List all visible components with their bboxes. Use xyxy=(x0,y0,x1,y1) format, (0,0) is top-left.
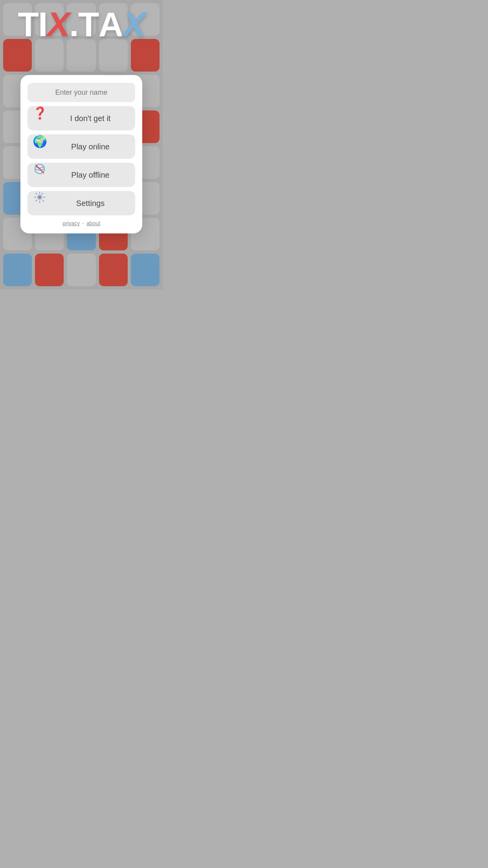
tile xyxy=(67,254,95,286)
privacy-link[interactable]: privacy xyxy=(62,220,80,226)
svg-line-1 xyxy=(36,165,44,173)
name-input[interactable] xyxy=(28,83,135,102)
tile xyxy=(67,39,95,72)
svg-point-3 xyxy=(39,196,41,199)
help-button[interactable]: ❓ I don't get it xyxy=(28,106,135,131)
tile xyxy=(131,254,160,286)
help-icon: ❓ xyxy=(28,106,52,131)
title-char-x1: X xyxy=(47,7,70,42)
title-char-x2: X xyxy=(123,7,145,42)
footer-separator: - xyxy=(82,220,84,226)
tile xyxy=(131,39,160,72)
settings-icon xyxy=(28,191,52,215)
play-online-button[interactable]: 🌍 Play online xyxy=(28,134,135,159)
play-offline-label: Play offline xyxy=(52,170,135,179)
main-menu-modal: ❓ I don't get it 🌍 Play online Play offl… xyxy=(20,75,142,234)
play-online-label: Play online xyxy=(52,142,135,151)
tile xyxy=(3,39,32,72)
tile xyxy=(35,39,64,72)
footer-links: privacy - about xyxy=(28,220,135,226)
app-title: T I X . T A X xyxy=(18,7,145,42)
tile xyxy=(99,39,128,72)
tile xyxy=(3,254,32,286)
title-area: T I X . T A X xyxy=(0,7,163,42)
tile xyxy=(99,254,128,286)
help-label: I don't get it xyxy=(52,114,135,123)
title-char-t1: T xyxy=(18,7,38,42)
tile xyxy=(35,254,64,286)
settings-label: Settings xyxy=(52,199,135,208)
title-char-a: A xyxy=(98,7,123,42)
about-link[interactable]: about xyxy=(86,220,100,226)
title-char-t2: T xyxy=(78,7,99,42)
offline-icon xyxy=(28,163,52,187)
settings-button[interactable]: Settings xyxy=(28,191,135,215)
globe-icon: 🌍 xyxy=(28,134,52,159)
title-char-i: I xyxy=(38,7,47,42)
title-char-dot: . xyxy=(69,7,78,42)
play-offline-button[interactable]: Play offline xyxy=(28,163,135,187)
